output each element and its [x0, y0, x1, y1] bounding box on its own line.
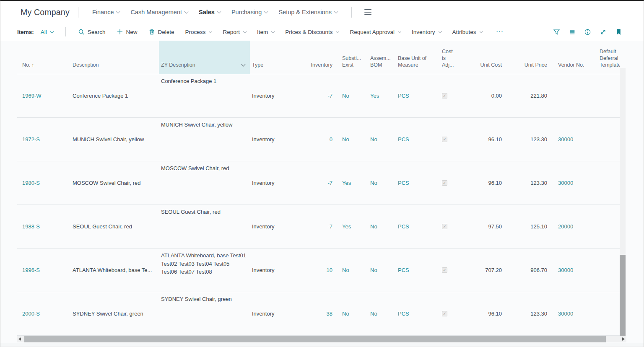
column-header-zy_description[interactable]: ZY Description [159, 41, 250, 74]
value-substitutes_exist[interactable]: No [342, 93, 349, 99]
cell-assembly_bom[interactable]: No [366, 161, 395, 205]
value-vendor_no[interactable]: 30000 [558, 136, 573, 142]
table-row[interactable]: 1972-SMUNICH Swivel Chair, yellowMUNICH … [17, 118, 620, 161]
value-no[interactable]: 1988-S [22, 223, 40, 230]
column-header-no[interactable]: No.↑ [17, 41, 71, 74]
value-vendor_no[interactable]: 30000 [558, 267, 573, 273]
column-header-base_unit_of_measure[interactable]: Base Unit of Measure [395, 41, 432, 74]
value-assembly_bom[interactable]: No [370, 136, 377, 142]
value-assembly_bom[interactable]: No [370, 223, 377, 230]
value-inventory[interactable]: -7 [327, 180, 332, 186]
value-inventory[interactable]: 0 [330, 136, 332, 142]
nav-item-finance[interactable]: Finance [92, 9, 120, 16]
value-base_unit_of_measure[interactable]: PCS [398, 136, 409, 142]
column-header-description[interactable]: Description [71, 41, 159, 74]
request-approval-menu[interactable]: Request Approval [350, 29, 401, 35]
value-substitutes_exist[interactable]: No [342, 267, 349, 273]
value-vendor_no[interactable]: 20000 [558, 223, 573, 230]
attributes-menu[interactable]: Attributes [452, 29, 483, 35]
cell-vendor_no[interactable]: 30000 [548, 118, 585, 161]
cell-assembly_bom[interactable]: No [366, 249, 395, 292]
cell-no[interactable]: 1980-S [17, 161, 71, 205]
cell-substitutes_exist[interactable]: No [334, 292, 366, 335]
cell-vendor_no[interactable]: 20000 [548, 205, 585, 248]
value-substitutes_exist[interactable]: Yes [342, 223, 351, 230]
cell-no[interactable]: 1996-S [17, 249, 71, 292]
value-no[interactable]: 1980-S [22, 180, 40, 186]
filter-button[interactable] [552, 28, 561, 36]
horizontal-scrollbar-thumb[interactable] [24, 336, 606, 342]
column-header-default_deferral_template[interactable]: Default Deferral Template [585, 41, 620, 74]
new-button[interactable]: New [117, 28, 138, 35]
cell-inventory[interactable]: 0 [294, 118, 334, 161]
menu-icon[interactable] [363, 8, 373, 17]
cell-inventory[interactable]: 38 [294, 292, 334, 335]
horizontal-scrollbar[interactable] [17, 336, 626, 342]
value-inventory[interactable]: 38 [327, 311, 332, 317]
value-substitutes_exist[interactable]: No [342, 311, 349, 317]
cell-substitutes_exist[interactable]: Yes [334, 161, 366, 205]
process-menu[interactable]: Process [185, 29, 212, 35]
cell-no[interactable]: 1972-S [17, 118, 71, 161]
cell-inventory[interactable]: -7 [294, 74, 334, 117]
column-header-cost_is_adjusted[interactable]: Cost is Adj... [432, 41, 466, 74]
value-vendor_no[interactable]: 30000 [558, 180, 573, 186]
nav-item-sales[interactable]: Sales [199, 9, 221, 16]
info-button[interactable] [583, 28, 592, 36]
scroll-right-arrow-icon[interactable] [622, 337, 625, 341]
cell-vendor_no[interactable]: 30000 [548, 249, 585, 292]
value-assembly_bom[interactable]: No [370, 180, 377, 186]
table-row[interactable]: 2000-SSYDNEY Swivel Chair, greenSYDNEY S… [17, 292, 620, 336]
cell-substitutes_exist[interactable]: No [334, 249, 366, 292]
cell-assembly_bom[interactable]: No [366, 292, 395, 335]
value-inventory[interactable]: -7 [327, 223, 332, 230]
column-header-type[interactable]: Type [250, 41, 294, 74]
value-no[interactable]: 2000-S [22, 311, 40, 317]
cell-base_unit_of_measure[interactable]: PCS [395, 292, 432, 335]
cell-base_unit_of_measure[interactable]: PCS [395, 74, 432, 117]
value-base_unit_of_measure[interactable]: PCS [398, 93, 409, 99]
cell-assembly_bom[interactable]: No [366, 118, 395, 161]
cell-vendor_no[interactable]: 30000 [548, 161, 585, 205]
value-base_unit_of_measure[interactable]: PCS [398, 180, 409, 186]
cell-inventory[interactable]: 10 [294, 249, 334, 292]
report-menu[interactable]: Report [223, 29, 246, 35]
item-menu[interactable]: Item [257, 29, 274, 35]
column-header-vendor_no[interactable]: Vendor No. [548, 41, 585, 74]
table-row[interactable]: 1988-SSEOUL Guest Chair, redSEOUL Guest … [17, 205, 620, 249]
cell-assembly_bom[interactable]: Yes [366, 74, 395, 117]
cell-no[interactable]: 1969-W [17, 74, 71, 117]
cell-base_unit_of_measure[interactable]: PCS [395, 249, 432, 292]
vertical-scrollbar[interactable] [620, 68, 626, 338]
value-assembly_bom[interactable]: No [370, 311, 377, 317]
fullscreen-button[interactable] [599, 28, 607, 36]
value-inventory[interactable]: 10 [327, 267, 332, 273]
nav-item-purchasing[interactable]: Purchasing [231, 9, 268, 16]
value-inventory[interactable]: -7 [327, 93, 332, 99]
column-header-unit_cost[interactable]: Unit Cost [466, 41, 503, 74]
cell-vendor_no[interactable]: 30000 [548, 292, 585, 335]
value-no[interactable]: 1969-W [22, 93, 42, 99]
nav-item-cash-management[interactable]: Cash Management [130, 9, 188, 16]
delete-button[interactable]: Delete [148, 28, 174, 35]
column-header-assembly_bom[interactable]: Assem... BOM [366, 41, 395, 74]
cell-base_unit_of_measure[interactable]: PCS [395, 118, 432, 161]
cell-substitutes_exist[interactable]: No [334, 118, 366, 161]
value-base_unit_of_measure[interactable]: PCS [398, 311, 409, 317]
search-button[interactable]: Search [78, 28, 106, 35]
column-header-unit_price[interactable]: Unit Price [503, 41, 548, 74]
vertical-scrollbar-thumb[interactable] [620, 255, 626, 338]
cell-inventory[interactable]: -7 [294, 205, 334, 248]
value-no[interactable]: 1972-S [22, 136, 40, 142]
nav-item-setup-extensions[interactable]: Setup & Extensions [278, 9, 338, 16]
cell-no[interactable]: 2000-S [17, 292, 71, 335]
column-header-inventory[interactable]: Inventory [294, 41, 334, 74]
cell-substitutes_exist[interactable]: No [334, 74, 366, 117]
scroll-left-arrow-icon[interactable] [18, 337, 21, 341]
value-substitutes_exist[interactable]: No [342, 136, 349, 142]
cell-substitutes_exist[interactable]: Yes [334, 205, 366, 248]
table-row[interactable]: 1996-SATLANTA Whiteboard, base Te...ATLA… [17, 249, 620, 292]
table-row[interactable]: 1980-SMOSCOW Swivel Chair, redMOSCOW Swi… [17, 161, 620, 205]
value-assembly_bom[interactable]: Yes [370, 93, 379, 99]
value-base_unit_of_measure[interactable]: PCS [398, 267, 409, 273]
